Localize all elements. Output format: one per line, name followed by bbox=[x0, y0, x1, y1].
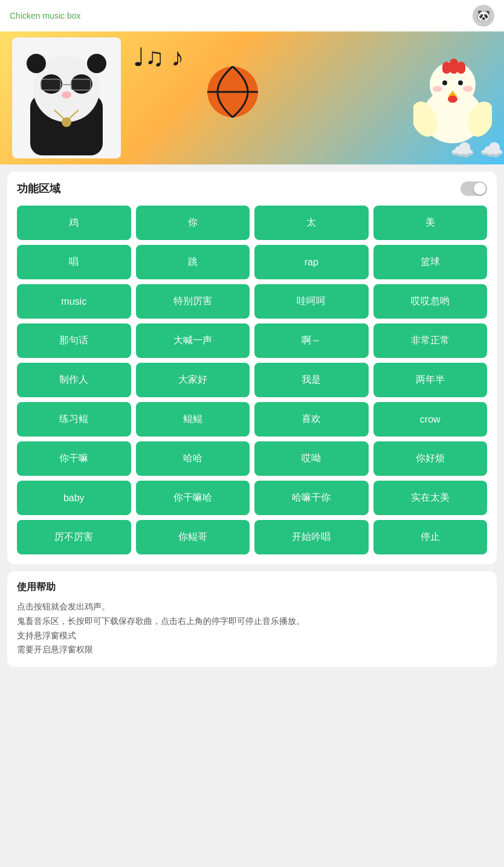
sound-button-34[interactable]: 开始吟唱 bbox=[254, 520, 369, 554]
section-header: 功能区域 bbox=[17, 181, 487, 196]
help-line: 支持悬浮窗模式 bbox=[17, 629, 487, 643]
sound-button-7[interactable]: 篮球 bbox=[373, 245, 488, 279]
help-line: 需要开启悬浮窗权限 bbox=[17, 643, 487, 657]
sound-button-15[interactable]: 非常正常 bbox=[373, 323, 488, 358]
buttons-grid: 鸡你太美唱跳rap篮球music特别厉害哇呵呵哎哎忽哟那句话大喊一声啊～非常正常… bbox=[17, 206, 487, 554]
sound-button-32[interactable]: 厉不厉害 bbox=[17, 520, 131, 554]
sound-button-2[interactable]: 太 bbox=[254, 206, 369, 240]
sound-button-14[interactable]: 啊～ bbox=[254, 323, 369, 358]
sound-button-10[interactable]: 哇呵呵 bbox=[254, 284, 369, 319]
app-header: Chicken music box 🐼 bbox=[0, 0, 504, 31]
svg-point-27 bbox=[448, 96, 457, 103]
sound-button-4[interactable]: 唱 bbox=[17, 245, 131, 279]
svg-rect-17 bbox=[442, 62, 451, 74]
sound-button-16[interactable]: 制作人 bbox=[17, 363, 131, 397]
svg-point-8 bbox=[62, 117, 71, 127]
help-line: 点击按钮就会发出鸡声。 bbox=[17, 600, 487, 614]
sound-button-3[interactable]: 美 bbox=[373, 206, 488, 240]
sound-button-25[interactable]: 哈哈 bbox=[136, 441, 250, 476]
svg-point-23 bbox=[458, 80, 463, 85]
sound-button-28[interactable]: baby bbox=[17, 481, 131, 515]
svg-rect-4 bbox=[41, 79, 60, 90]
sound-button-1[interactable]: 你 bbox=[136, 206, 250, 240]
help-text: 点击按钮就会发出鸡声。鬼畜音乐区，长按即可下载保存歌曲，点击右上角的停字即可停止… bbox=[17, 600, 487, 657]
sound-button-21[interactable]: 鲲鲲 bbox=[136, 402, 250, 437]
sound-button-17[interactable]: 大家好 bbox=[136, 363, 250, 397]
music-notes-icon: ♩♫ ♪ bbox=[133, 42, 184, 72]
sound-button-8[interactable]: music bbox=[17, 284, 131, 319]
sound-button-22[interactable]: 喜欢 bbox=[254, 402, 369, 437]
sound-button-24[interactable]: 你干嘛 bbox=[17, 441, 131, 476]
toggle-switch[interactable] bbox=[460, 181, 487, 196]
banner-panda bbox=[12, 37, 121, 158]
cloud-icon: ☁️ ☁️ bbox=[450, 138, 504, 161]
help-title: 使用帮助 bbox=[17, 581, 487, 594]
sound-button-30[interactable]: 哈嘛干你 bbox=[254, 481, 369, 515]
avatar: 🐼 bbox=[473, 5, 494, 27]
app-title: Chicken music box bbox=[10, 11, 81, 21]
banner: ♩♫ ♪ bbox=[0, 31, 504, 164]
svg-rect-19 bbox=[457, 62, 465, 74]
sound-button-31[interactable]: 实在太美 bbox=[373, 481, 488, 515]
sound-button-9[interactable]: 特别厉害 bbox=[136, 284, 250, 319]
sound-button-13[interactable]: 大喊一声 bbox=[136, 323, 250, 358]
sound-button-11[interactable]: 哎哎忽哟 bbox=[373, 284, 488, 319]
sound-button-35[interactable]: 停止 bbox=[373, 520, 488, 554]
sound-button-18[interactable]: 我是 bbox=[254, 363, 369, 397]
svg-rect-5 bbox=[71, 79, 91, 90]
svg-point-11 bbox=[27, 54, 46, 73]
sound-button-23[interactable]: crow bbox=[373, 402, 488, 437]
svg-point-12 bbox=[87, 54, 106, 73]
chicken-icon bbox=[413, 50, 492, 149]
svg-point-25 bbox=[463, 86, 473, 92]
sound-button-29[interactable]: 你干嘛哈 bbox=[136, 481, 250, 515]
basketball-icon bbox=[205, 65, 260, 122]
help-card: 使用帮助 点击按钮就会发出鸡声。鬼畜音乐区，长按即可下载保存歌曲，点击右上角的停… bbox=[7, 571, 497, 667]
sound-button-5[interactable]: 跳 bbox=[136, 245, 250, 279]
function-card: 功能区域 鸡你太美唱跳rap篮球music特别厉害哇呵呵哎哎忽哟那句话大喊一声啊… bbox=[7, 172, 497, 564]
svg-point-21 bbox=[442, 80, 447, 85]
svg-point-24 bbox=[433, 86, 442, 92]
sound-button-12[interactable]: 那句话 bbox=[17, 323, 131, 358]
svg-rect-18 bbox=[450, 59, 458, 74]
sound-button-26[interactable]: 哎呦 bbox=[254, 441, 369, 476]
help-line: 鬼畜音乐区，长按即可下载保存歌曲，点击右上角的停字即可停止音乐播放。 bbox=[17, 614, 487, 629]
sound-button-6[interactable]: rap bbox=[254, 245, 369, 279]
sound-button-20[interactable]: 练习鲲 bbox=[17, 402, 131, 437]
svg-point-7 bbox=[62, 91, 71, 99]
sound-button-19[interactable]: 两年半 bbox=[373, 363, 488, 397]
section-title: 功能区域 bbox=[17, 181, 60, 196]
sound-button-27[interactable]: 你好烦 bbox=[373, 441, 488, 476]
sound-button-33[interactable]: 你鲲哥 bbox=[136, 520, 250, 554]
sound-button-0[interactable]: 鸡 bbox=[17, 206, 131, 240]
